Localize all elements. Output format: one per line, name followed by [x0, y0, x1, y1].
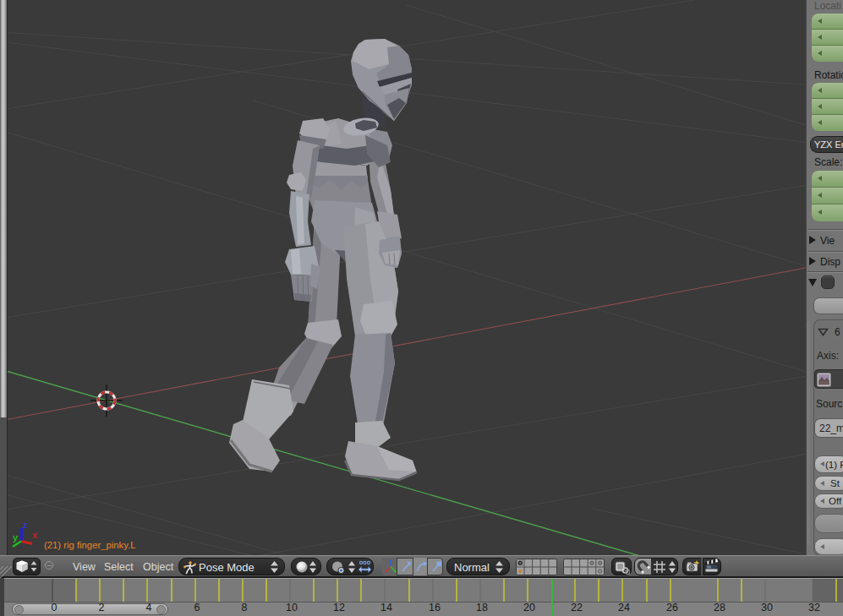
svg-text:(21) rig finger_pinky.L: (21) rig finger_pinky.L: [44, 540, 135, 550]
svg-text:x: x: [32, 530, 38, 540]
svg-text:z: z: [23, 520, 28, 530]
svg-text:y: y: [13, 532, 19, 542]
